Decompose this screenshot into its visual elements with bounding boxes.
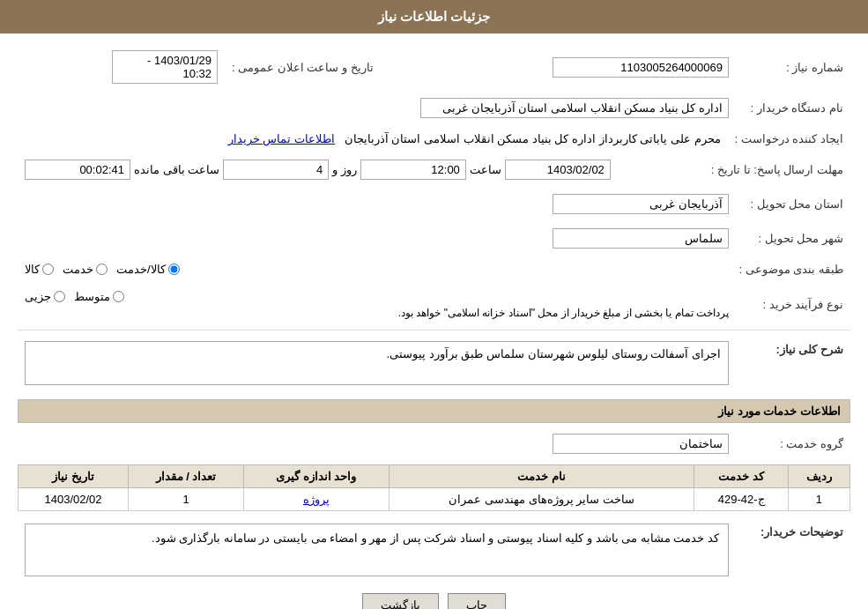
col-row: ردیف (788, 465, 849, 488)
col-date: تاریخ نیاز (19, 465, 129, 488)
col-qty: تعداد / مقدار (129, 465, 244, 488)
cell-row: 1 (788, 488, 849, 511)
cell-unit: پروژه (243, 488, 389, 511)
city-label: شهر محل تحویل : (736, 225, 850, 252)
deadline-days-label: روز و (332, 163, 357, 176)
services-table: ردیف کد خدمت نام خدمت واحد اندازه گیری ت… (18, 464, 850, 511)
description-value: اجرای آسفالت روستای لیلوس شهرستان سلماس … (25, 341, 729, 385)
back-button[interactable]: بازگشت (362, 593, 439, 609)
cell-code: ج-42-429 (694, 488, 788, 511)
process-note: پرداخت تمام یا بخشی از مبلغ خریدار از مح… (25, 307, 729, 319)
need-number-label: شماره نیاز : (736, 47, 850, 87)
process-label: نوع فرآیند خرید : (736, 286, 850, 323)
need-number-value: 1103005264000069 (553, 57, 729, 78)
process-option-minor[interactable]: جزیی (25, 290, 65, 303)
col-name: نام خدمت (389, 465, 694, 488)
button-row: چاپ بازگشت (18, 593, 850, 609)
creator-label: ایجاد کننده درخواست : (728, 129, 850, 149)
category-option-goods[interactable]: کالا (25, 263, 54, 276)
category-label: طبقه بندی موضوعی : (732, 259, 850, 279)
deadline-time-label: ساعت (470, 163, 501, 176)
deadline-date: 1403/02/02 (505, 160, 611, 180)
process-option-medium[interactable]: متوسط (74, 290, 124, 303)
date-time-value: 1403/01/29 - 10:32 (112, 50, 218, 84)
buyer-notes-value: کد خدمت مشابه می باشد و کلیه اسناد پیوست… (25, 524, 729, 576)
buyer-notes-label: توضیحات خریدار: (760, 525, 843, 538)
page-title: جزئیات اطلاعات نیاز (378, 9, 490, 24)
col-unit: واحد اندازه گیری (243, 465, 389, 488)
contact-link[interactable]: اطلاعات تماس خریدار (228, 132, 335, 145)
cell-name: ساخت سایر پروژه‌های مهندسی عمران (389, 488, 694, 511)
province-label: استان محل تحویل : (736, 190, 850, 218)
cell-date: 1403/02/02 (19, 488, 129, 511)
date-time-label: تاریخ و ساعت اعلان عمومی : (225, 47, 381, 87)
deadline-time: 12:00 (360, 160, 466, 180)
page-header: جزئیات اطلاعات نیاز (0, 0, 868, 33)
service-group-label: گروه خدمت : (736, 430, 850, 457)
deadline-days: 4 (223, 160, 329, 180)
col-code: کد خدمت (694, 465, 788, 488)
service-group-value: ساختمان (553, 434, 729, 454)
province-value: آذربایجان غربی (553, 194, 729, 214)
deadline-remaining: 00:02:41 (25, 160, 130, 180)
category-option-goods-services[interactable]: کالا/خدمت (116, 263, 180, 276)
category-option-service[interactable]: خدمت (63, 263, 108, 276)
services-section-label: اطلاعات خدمات مورد نیاز (18, 399, 850, 423)
creator-value: محرم علی یاباتی کاربرداز اداره کل بنیاد … (345, 132, 721, 145)
cell-qty: 1 (129, 488, 244, 511)
buyer-label: نام دستگاه خریدار : (736, 94, 850, 122)
buyer-value: اداره کل بنیاد مسکن انقلاب اسلامی استان … (420, 98, 729, 118)
deadline-remaining-label: ساعت باقی مانده (134, 163, 219, 176)
table-row: 1 ج-42-429 ساخت سایر پروژه‌های مهندسی عم… (19, 488, 850, 511)
city-value: سلماس (553, 228, 729, 249)
description-section-label: شرح کلی نیاز: (775, 343, 843, 356)
deadline-label: مهلت ارسال پاسخ: تا تاریخ : (704, 156, 850, 183)
print-button[interactable]: چاپ (448, 593, 506, 609)
